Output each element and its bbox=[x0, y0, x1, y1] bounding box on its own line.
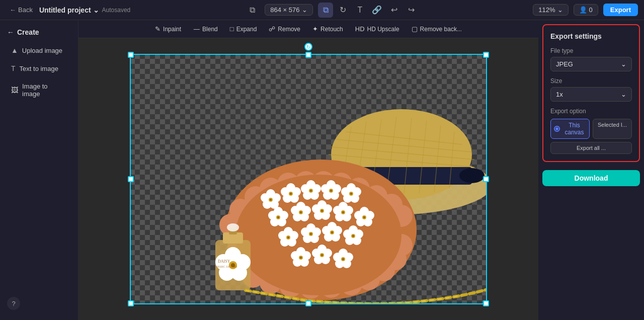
size-chevron-icon: ⌄ bbox=[621, 91, 626, 98]
upload-image-label: Upload image bbox=[22, 47, 62, 54]
svg-point-57 bbox=[290, 193, 292, 195]
link-tool-button[interactable]: 🔗 bbox=[369, 3, 384, 18]
svg-point-113 bbox=[342, 211, 344, 213]
blend-icon: ⸻ bbox=[193, 25, 200, 33]
export-all-button[interactable]: Export all ... bbox=[550, 142, 632, 154]
person-icon: 👤 bbox=[579, 6, 587, 14]
this-canvas-radio: This canvas bbox=[554, 122, 586, 136]
selected-layer-option[interactable]: Selected I... bbox=[593, 119, 632, 139]
remove-label: Remove bbox=[278, 26, 300, 33]
topbar-center: ⧉ 864 × 576 ⌄ ⧉ ↻ T 🔗 ↩ ↪ bbox=[135, 3, 528, 18]
inpaint-tool-button[interactable]: ✎ Inpaint bbox=[150, 23, 186, 35]
expand-tool-button[interactable]: □ Expand bbox=[225, 23, 262, 35]
this-canvas-option[interactable]: This canvas bbox=[550, 119, 590, 139]
svg-point-181 bbox=[227, 223, 239, 231]
svg-point-65 bbox=[310, 190, 312, 192]
retouch-icon: ✦ bbox=[312, 25, 318, 33]
svg-point-49 bbox=[270, 199, 272, 201]
undo-refresh-icon-btn[interactable]: ↻ bbox=[335, 3, 350, 18]
text-icon: T bbox=[11, 64, 16, 72]
svg-text:MARC JACOBS: MARC JACOBS bbox=[216, 265, 237, 268]
project-title: Untitled project bbox=[39, 6, 91, 14]
resize-icon-btn[interactable]: ⧉ bbox=[245, 3, 260, 18]
inpaint-label: Inpaint bbox=[163, 26, 181, 33]
file-type-value: JPEG bbox=[556, 60, 573, 68]
upload-icon: ▲ bbox=[11, 46, 18, 54]
svg-point-89 bbox=[277, 216, 279, 218]
left-sidebar: ← Create ▲ Upload image T Text to image … bbox=[0, 20, 78, 320]
select-tool-button[interactable]: ⧉ bbox=[318, 3, 333, 18]
svg-point-3 bbox=[459, 168, 485, 183]
toolbar-icons: ⧉ bbox=[245, 3, 260, 18]
canvas-size-label: 864 × 576 bbox=[270, 6, 299, 14]
topbar: ← Back Untitled project ⌄ Autosaved ⧉ 86… bbox=[0, 0, 644, 20]
blend-tool-button[interactable]: ⸻ Blend bbox=[188, 23, 223, 35]
svg-point-97 bbox=[300, 211, 302, 213]
export-option-label: Export option bbox=[550, 108, 632, 115]
export-panel: Export settings File type JPEG ⌄ Size 1x… bbox=[538, 20, 644, 320]
this-canvas-radio-circle bbox=[554, 126, 560, 132]
selected-layer-label: Selected I... bbox=[598, 122, 627, 128]
svg-point-177 bbox=[342, 258, 344, 260]
product-illustration: DAISY MARC JACOBS bbox=[130, 54, 487, 304]
zoom-button[interactable]: 112% ⌄ bbox=[533, 4, 568, 16]
create-arrow-icon: ← bbox=[7, 28, 14, 36]
text-tool-button[interactable]: T bbox=[352, 3, 367, 18]
zoom-level: 112% bbox=[538, 6, 555, 14]
svg-point-161 bbox=[300, 257, 302, 259]
back-arrow-icon: ← bbox=[10, 6, 16, 14]
upscale-icon: HD bbox=[355, 25, 365, 33]
right-toolbar-icons: ⧉ ↻ T 🔗 ↩ ↪ bbox=[318, 3, 419, 18]
svg-text:DAISY: DAISY bbox=[218, 259, 230, 264]
svg-point-137 bbox=[310, 233, 312, 235]
svg-point-73 bbox=[330, 190, 332, 192]
notif-count: 0 bbox=[589, 6, 593, 14]
svg-point-169 bbox=[321, 254, 323, 256]
image-to-image-label: Image to image bbox=[22, 83, 67, 98]
svg-point-129 bbox=[287, 236, 289, 238]
size-value: 1x bbox=[556, 91, 563, 98]
canvas-size-button[interactable]: 864 × 576 ⌄ bbox=[265, 4, 313, 16]
autosaved-label: Autosaved bbox=[102, 7, 131, 14]
zoom-chevron-icon: ⌄ bbox=[557, 6, 563, 14]
export-options: This canvas Selected I... bbox=[550, 119, 632, 139]
canvas-content: DAISY MARC JACOBS ↻ bbox=[130, 54, 487, 304]
size-select[interactable]: 1x ⌄ bbox=[550, 87, 632, 102]
sidebar-item-image-to-image[interactable]: 🖼 Image to image bbox=[4, 78, 74, 102]
rotate-handle[interactable]: ↻ bbox=[304, 43, 312, 51]
topbar-right: 112% ⌄ 👤 0 Export bbox=[533, 4, 638, 16]
download-button[interactable]: Download bbox=[542, 170, 640, 186]
help-button[interactable]: ? bbox=[7, 297, 20, 310]
redo-button[interactable]: ↪ bbox=[404, 3, 419, 18]
sidebar-item-upload-image[interactable]: ▲ Upload image bbox=[4, 42, 74, 58]
remove-bg-tool-button[interactable]: ▢ Remove back... bbox=[407, 23, 467, 35]
svg-point-121 bbox=[363, 216, 365, 218]
file-type-label: File type bbox=[550, 47, 632, 54]
create-label: Create bbox=[17, 28, 39, 36]
canvas-viewport[interactable]: DAISY MARC JACOBS ↻ bbox=[78, 38, 538, 320]
upscale-tool-button[interactable]: HD HD Upscale bbox=[350, 23, 405, 35]
project-name[interactable]: Untitled project ⌄ bbox=[39, 6, 99, 14]
remove-bg-icon: ▢ bbox=[412, 25, 418, 33]
export-button[interactable]: Export bbox=[603, 4, 638, 16]
svg-point-105 bbox=[321, 210, 323, 212]
expand-label: Expand bbox=[236, 26, 257, 33]
expand-icon: □ bbox=[230, 25, 234, 33]
undo-button[interactable]: ↩ bbox=[386, 3, 401, 18]
sidebar-bottom: ? bbox=[0, 292, 78, 315]
retouch-label: Retouch bbox=[320, 26, 343, 33]
notification-button[interactable]: 👤 0 bbox=[574, 4, 598, 16]
back-button[interactable]: ← Back bbox=[6, 5, 36, 15]
remove-tool-button[interactable]: ☍ Remove bbox=[264, 23, 305, 35]
file-type-chevron-icon: ⌄ bbox=[621, 60, 626, 68]
canvas-toolbar: ✎ Inpaint ⸻ Blend □ Expand ☍ Remove ✦ Re… bbox=[78, 20, 538, 38]
export-panel-inner: Export settings File type JPEG ⌄ Size 1x… bbox=[542, 24, 640, 162]
remove-icon: ☍ bbox=[269, 25, 275, 33]
export-panel-title: Export settings bbox=[550, 32, 632, 40]
svg-point-145 bbox=[331, 231, 333, 233]
file-type-select[interactable]: JPEG ⌄ bbox=[550, 57, 632, 71]
sidebar-item-text-to-image[interactable]: T Text to image bbox=[4, 60, 74, 76]
retouch-tool-button[interactable]: ✦ Retouch bbox=[307, 23, 348, 35]
text-to-image-label: Text to image bbox=[20, 65, 58, 72]
size-label: Size bbox=[550, 77, 632, 85]
